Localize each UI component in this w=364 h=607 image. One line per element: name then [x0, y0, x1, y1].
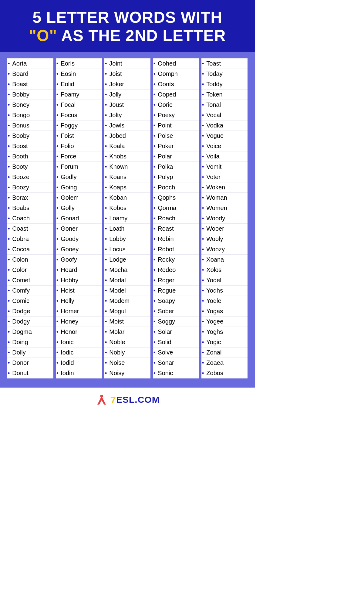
word-item: •Mocha: [104, 265, 150, 275]
word-text: Vodka: [206, 122, 223, 129]
word-text: Cocoa: [12, 246, 30, 253]
word-item: •Poker: [153, 141, 199, 151]
word-item: •Voila: [201, 151, 248, 162]
word-item: •Golly: [56, 203, 102, 213]
word-item: •Knobs: [104, 151, 150, 162]
word-item: •Eorls: [56, 58, 102, 69]
word-text: Women: [206, 205, 227, 212]
bullet-icon: •: [105, 102, 107, 108]
word-text: Focal: [61, 101, 76, 108]
word-text: Voila: [206, 153, 219, 160]
bullet-icon: •: [56, 195, 58, 201]
word-item: •Loath: [104, 224, 150, 234]
word-item: •Mogul: [104, 306, 150, 317]
word-text: Bonus: [12, 122, 29, 129]
word-item: •Vocal: [201, 110, 248, 120]
word-text: Yoghs: [206, 328, 223, 335]
word-item: •Vogue: [201, 131, 248, 141]
bullet-icon: •: [105, 215, 107, 222]
word-item: •Wooly: [201, 234, 248, 244]
word-item: •Koala: [104, 141, 150, 151]
bullet-icon: •: [153, 81, 155, 87]
word-item: •Color: [7, 265, 53, 275]
word-item: •Jobed: [104, 131, 150, 141]
word-item: •Boost: [7, 141, 53, 151]
bullet-icon: •: [202, 91, 204, 98]
word-text: Oomph: [158, 70, 178, 77]
word-text: Poise: [158, 132, 173, 139]
page-header: 5 LETTER WORDS WITH "O" AS THE 2ND LETTE…: [0, 0, 255, 52]
bullet-icon: •: [202, 153, 204, 160]
bullet-icon: •: [8, 277, 10, 283]
word-text: Goody: [61, 236, 79, 242]
bullet-icon: •: [202, 277, 204, 283]
word-text: Woody: [206, 215, 225, 222]
word-text: Nobly: [109, 349, 125, 356]
word-item: •Women: [201, 203, 248, 213]
word-text: Vocal: [206, 112, 221, 119]
bullet-icon: •: [202, 339, 204, 345]
bullet-icon: •: [202, 81, 204, 87]
word-text: Wooly: [206, 236, 223, 242]
word-text: Cobra: [12, 236, 29, 242]
word-item: •Dodge: [7, 306, 53, 317]
word-item: •Honey: [56, 317, 102, 327]
bullet-icon: •: [56, 267, 58, 273]
word-item: •Soggy: [153, 317, 199, 327]
word-text: Woozy: [206, 246, 225, 253]
word-text: Goner: [61, 225, 78, 232]
bullet-icon: •: [105, 226, 107, 232]
bullet-icon: •: [153, 370, 155, 376]
bullet-icon: •: [105, 112, 107, 118]
bullet-icon: •: [56, 360, 58, 366]
word-item: •Roger: [153, 275, 199, 286]
word-item: •Boozy: [7, 182, 53, 193]
word-item: •Roach: [153, 213, 199, 224]
word-text: Oohed: [158, 60, 176, 67]
bullet-icon: •: [56, 277, 58, 283]
word-item: •Donut: [7, 368, 53, 378]
word-text: Golem: [61, 194, 79, 201]
word-text: Godly: [61, 174, 76, 181]
word-text: Vogue: [206, 132, 224, 139]
bullet-icon: •: [8, 236, 10, 242]
bullet-icon: •: [153, 102, 155, 108]
footer-brand-text: 7ESL.COM: [111, 395, 160, 405]
word-column-3: •Joint•Joist•Joker•Jolly•Joust•Jolty•Jow…: [103, 58, 152, 378]
word-text: Jobed: [109, 132, 126, 139]
word-text: Holly: [61, 297, 74, 304]
word-item: •Board: [7, 69, 53, 79]
word-item: •Rocky: [153, 255, 199, 265]
word-item: •Comfy: [7, 286, 53, 296]
word-text: Booze: [12, 174, 29, 181]
bullet-icon: •: [105, 308, 107, 314]
bullet-icon: •: [56, 339, 58, 345]
word-text: Homer: [61, 308, 79, 315]
bullet-icon: •: [56, 91, 58, 98]
word-item: •Tonal: [201, 100, 248, 110]
word-item: •Boney: [7, 100, 53, 110]
word-text: Vomit: [206, 163, 221, 170]
bullet-icon: •: [8, 184, 10, 191]
bullet-icon: •: [56, 287, 58, 294]
word-text: Color: [12, 266, 27, 273]
word-item: •Coach: [7, 213, 53, 224]
word-item: •Aorta: [7, 58, 53, 69]
word-text: Coach: [12, 215, 30, 222]
bullet-icon: •: [153, 112, 155, 118]
page-footer: 7ESL.COM: [0, 388, 255, 412]
bullet-icon: •: [56, 236, 58, 242]
word-text: Yodel: [206, 277, 221, 284]
word-text: Booby: [12, 132, 29, 139]
bullet-icon: •: [153, 349, 155, 356]
word-text: Zobos: [206, 370, 223, 377]
word-item: •Jowls: [104, 120, 150, 131]
bullet-icon: •: [153, 298, 155, 304]
bullet-icon: •: [105, 360, 107, 366]
word-item: •Poesy: [153, 110, 199, 120]
word-item: •Koans: [104, 172, 150, 182]
svg-rect-2: [100, 395, 103, 397]
bullet-icon: •: [8, 298, 10, 304]
bullet-icon: •: [8, 318, 10, 325]
footer-accent: 7: [111, 395, 116, 405]
